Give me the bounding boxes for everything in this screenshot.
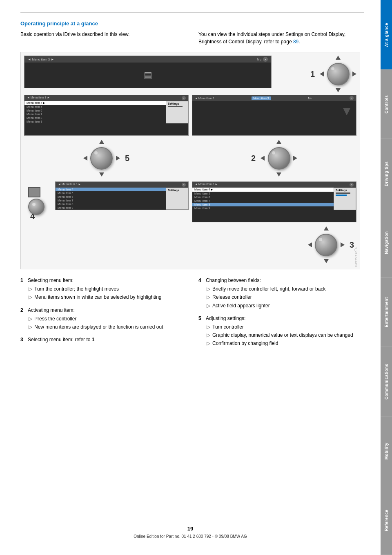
step-2-arrow-1: ▷: [29, 315, 34, 323]
sidebar-tab-controls[interactable]: Controls: [381, 69, 392, 139]
diag-menu-header-center-bot: ◄ Menu item 3 ►: [58, 183, 81, 187]
diag-x-btn-1: ×: [263, 57, 268, 62]
knob-arrow-down-3: [324, 259, 329, 263]
top-rule: [20, 12, 364, 13]
step-title-2: Activating menu item:: [28, 307, 182, 314]
knob-arrow-up-2: [276, 140, 281, 144]
sidebar-tab-reference[interactable]: Reference: [381, 486, 392, 555]
footer-area: 19 Online Edition for Part no. 01 41 2 6…: [0, 526, 381, 539]
step-title-5: Adjusting settings:: [206, 315, 360, 322]
intro-right-text1: You can view the individual steps under …: [198, 31, 345, 45]
diag-menu-item-5c: Menu item 5: [56, 191, 166, 195]
step-2-sub-2: New menu items are displayed or the func…: [34, 323, 182, 331]
step-1-arrow-1: ▷: [29, 285, 34, 293]
diag-close-btn-left: ×: [182, 96, 186, 100]
intro-left: Basic operation via iDrive is described …: [20, 31, 182, 45]
diag-menu-header-right-bot: ◄ Menu item 3 ►: [195, 183, 218, 187]
diag-menu-item-sel-r: Menu item 4 ▶: [192, 188, 334, 192]
instruction-step-2: 2 Activating menu item: ▷ Press the cont…: [20, 307, 182, 331]
knob-3: [308, 226, 345, 263]
step-5-arrow-3: ▷: [207, 340, 212, 347]
step-title-4: Changing between fields:: [206, 277, 360, 284]
step-num-5: 5: [198, 315, 206, 322]
diag-mu-right: Mu: [308, 97, 312, 100]
step-2-sub-1: Press the controller: [34, 315, 182, 323]
knob-arrow-right-5: [116, 156, 120, 161]
knob-2: [261, 140, 297, 177]
diag-slider-r2: [336, 195, 347, 196]
instructions-left: 1 Selecting menu item: ▷ Turn the contro…: [20, 277, 182, 353]
knob-arrow-down-1: [336, 88, 341, 92]
knob-arrow-up-1: [336, 56, 341, 60]
knob-arrow-right-1: [352, 72, 356, 76]
instruction-step-1: 1 Selecting menu item: ▷ Turn the contro…: [20, 277, 182, 302]
step-5-arrow-1: ▷: [207, 323, 212, 331]
step-5-arrow-2: ▷: [207, 331, 212, 339]
knob-arrow-left-5: [83, 156, 87, 161]
diag-menu-item-6a: Menu item 9: [24, 120, 166, 123]
diag-menu-item-7r: Menu item 7: [192, 199, 334, 203]
main-content: Operating principle at a glance Basic op…: [0, 0, 381, 555]
diag-mu-label-1: Mu: [257, 58, 261, 61]
step-5-sub-3: Confirmation by changing field: [212, 340, 360, 347]
diag-menu-item-8r-hi: Menu item 8: [192, 203, 334, 206]
sidebar: At a glance Controls Driving tips Naviga…: [381, 0, 392, 555]
step-1-sub-2: Menu items shown in white can be selecte…: [34, 293, 182, 301]
sidebar-tab-at-a-glance[interactable]: At a glance: [381, 0, 392, 69]
diag-small-icon: [28, 187, 49, 208]
step-number-5: 5: [125, 154, 129, 163]
step-num-4: 4: [198, 277, 206, 284]
sidebar-tab-entertainment[interactable]: Entertainment: [381, 278, 392, 347]
page-title: Operating principle at a glance: [20, 20, 360, 27]
knob-arrow-left-3: [308, 242, 312, 247]
instruction-step-3: 3 Selecting menu item: refer to 1: [20, 336, 182, 344]
diag-settings-label-center: Settings: [168, 189, 186, 192]
instruction-step-4: 4 Changing between fields: ▷ Briefly mov…: [198, 277, 360, 310]
sidebar-tab-driving-tips[interactable]: Driving tips: [381, 139, 392, 208]
diag-arrow-down-icon: ▼: [341, 104, 353, 118]
instruction-step-5: 5 Adjusting settings: ▷ Turn controller …: [198, 315, 360, 348]
intro-columns: Basic operation via iDrive is described …: [20, 31, 360, 45]
step-number-2: 2: [251, 154, 256, 163]
knob-arrow-right-3: [341, 242, 345, 247]
knob-body-1: [327, 63, 350, 85]
step-4-arrow-2: ▷: [207, 293, 212, 301]
diag-menu-item-9c: Menu item 9: [56, 206, 166, 210]
diag-menu-item-5r: Menu item 5: [192, 192, 334, 195]
diag-menu-item-2a: Menu item 5: [24, 105, 166, 109]
instructions: 1 Selecting menu item: ▷ Turn the contro…: [20, 277, 360, 353]
knob-5: [83, 140, 120, 177]
knob-arrow-up-5: [99, 140, 104, 144]
knob-arrow-right-2: [293, 156, 297, 161]
diag-menu-item-sel-1: Menu item 4 ▶: [24, 101, 166, 105]
step-1-arrow-2: ▷: [29, 293, 34, 301]
step-number-1: 1: [310, 69, 315, 79]
sidebar-tab-navigation[interactable]: Navigation: [381, 208, 392, 278]
diag-menu-item-4a: Menu item 7: [24, 112, 166, 116]
knob-arrow-left-1: [320, 72, 324, 76]
diag-menu-header-left-2: ◄ Menu item 3 ►: [27, 96, 50, 100]
knob-1: [320, 56, 356, 92]
diag-menu-item-3a: Menu item 6: [24, 109, 166, 112]
instructions-right: 4 Changing between fields: ▷ Briefly mov…: [198, 277, 360, 353]
diag-screen-icon-top: ▤: [144, 70, 152, 81]
step-4-sub-1: Briefly move the controller left, right,…: [212, 285, 360, 293]
sidebar-tab-communications[interactable]: Communications: [381, 347, 392, 416]
sidebar-tab-mobility[interactable]: Mobility: [381, 416, 392, 486]
step-title-1: Selecting menu item:: [28, 277, 182, 284]
diag-menu-header-right-2: ◄ Menu item 2: [195, 97, 214, 100]
knob-arrow-down-2: [276, 172, 281, 177]
page-number: 19: [187, 526, 193, 532]
diag-menu-item-hi-center: Menu item 4: [56, 188, 166, 191]
knob-body-2: [268, 147, 290, 170]
step-num-3: 3: [20, 336, 28, 344]
step-5-sub-2: Graphic display, numerical value or text…: [212, 331, 360, 339]
step-num-2: 2: [20, 307, 28, 314]
step-num-1: 1: [20, 277, 28, 284]
intro-right-link[interactable]: 89: [293, 39, 298, 45]
step-4-arrow-3: ▷: [207, 302, 212, 310]
intro-left-text: Basic operation via iDrive is described …: [20, 31, 129, 37]
diag-menu-item-9r: Menu item 9: [192, 206, 334, 210]
diagram-watermark: V_09-1-013345: [355, 247, 358, 267]
step-1-sub-1: Turn the controller; the highlight moves: [34, 285, 182, 293]
